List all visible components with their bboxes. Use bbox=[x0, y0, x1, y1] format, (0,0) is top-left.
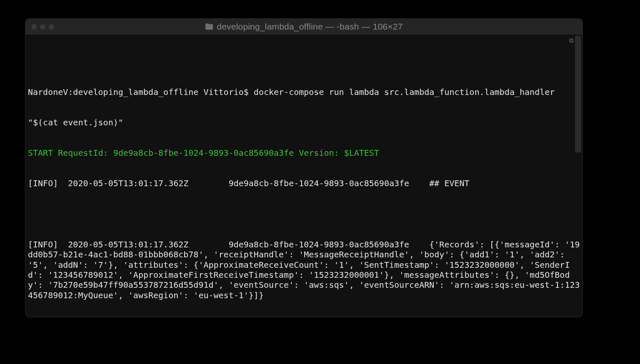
log-line bbox=[28, 209, 580, 219]
command-line-1-cont: "$(cat event.json)" bbox=[28, 117, 580, 127]
terminal-marker-icon: ⧉ bbox=[569, 37, 573, 43]
folder-icon bbox=[205, 23, 213, 30]
titlebar[interactable]: developing_lambda_offline — -bash — 106×… bbox=[25, 19, 582, 35]
prompt: NardoneV:developing_lambda_offline Vitto… bbox=[28, 87, 254, 97]
terminal-window: developing_lambda_offline — -bash — 106×… bbox=[25, 18, 583, 317]
zoom-icon[interactable] bbox=[49, 24, 54, 30]
terminal-viewport[interactable]: ⧉ NardoneV:developing_lambda_offline Vit… bbox=[25, 35, 582, 317]
close-icon[interactable] bbox=[31, 24, 37, 30]
traffic-lights bbox=[31, 24, 54, 30]
log-line: [INFO] 2020-05-05T13:01:17.362Z 9de9a8cb… bbox=[28, 178, 580, 188]
window-title: developing_lambda_offline — -bash — 106×… bbox=[25, 21, 582, 32]
minimize-icon[interactable] bbox=[40, 24, 45, 30]
command-line-1: NardoneV:developing_lambda_offline Vitto… bbox=[28, 87, 580, 97]
scrollbar-thumb[interactable] bbox=[575, 36, 581, 152]
lambda-start-line: START RequestId: 9de9a8cb-8fbe-1024-9893… bbox=[28, 148, 580, 158]
command-text: docker-compose run lambda src.lambda_fun… bbox=[254, 87, 560, 97]
window-title-text: developing_lambda_offline — -bash — 106×… bbox=[217, 21, 402, 32]
log-line: [INFO] 2020-05-05T13:01:17.362Z 9de9a8cb… bbox=[28, 239, 580, 300]
